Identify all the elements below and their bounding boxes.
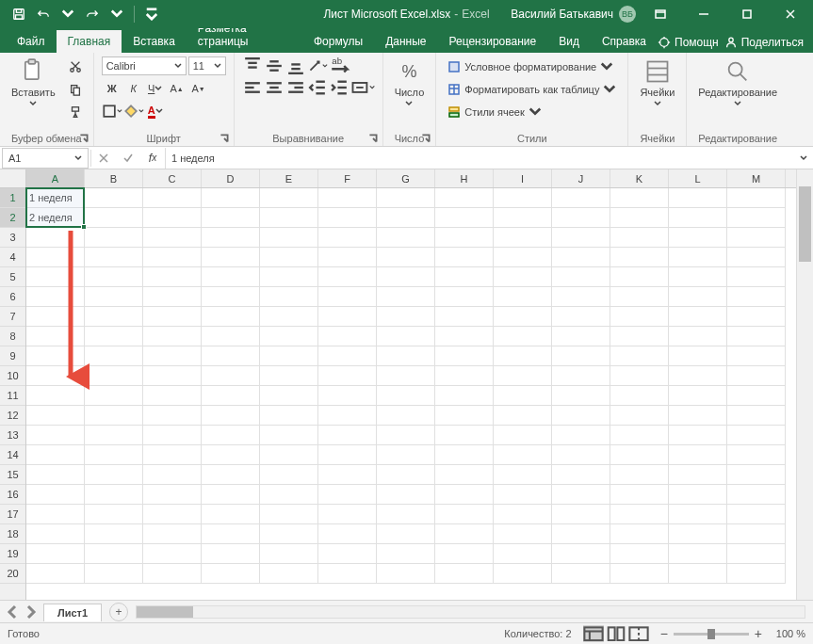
- cell-L13[interactable]: [669, 426, 727, 445]
- cell-H12[interactable]: [435, 406, 494, 426]
- cell-B14[interactable]: [85, 445, 143, 465]
- cell-G19[interactable]: [377, 544, 435, 564]
- cell-K1[interactable]: [610, 188, 669, 208]
- row-header-4[interactable]: 4: [0, 248, 25, 267]
- cell-H16[interactable]: [435, 485, 494, 505]
- cell-G20[interactable]: [377, 564, 435, 584]
- decrease-font-button[interactable]: A▼: [188, 79, 209, 98]
- expand-formula-bar[interactable]: [794, 154, 813, 162]
- cell-F4[interactable]: [318, 248, 377, 267]
- cell-M6[interactable]: [727, 287, 786, 307]
- cell-J8[interactable]: [552, 327, 610, 346]
- cell-I9[interactable]: [494, 346, 552, 366]
- sheet-tab-active[interactable]: Лист1: [43, 604, 102, 621]
- cell-A15[interactable]: [26, 465, 85, 485]
- user-avatar[interactable]: ВБ: [619, 6, 636, 23]
- zoom-control[interactable]: − + 100 %: [660, 626, 805, 641]
- cell-G3[interactable]: [377, 228, 435, 248]
- col-header-E[interactable]: E: [260, 169, 318, 187]
- cell-H14[interactable]: [435, 445, 494, 465]
- cell-D10[interactable]: [202, 366, 260, 386]
- formula-input[interactable]: 1 неделя: [165, 148, 794, 169]
- col-header-B[interactable]: B: [85, 169, 143, 187]
- cell-F17[interactable]: [318, 505, 377, 524]
- cell-styles-button[interactable]: Стили ячеек: [444, 102, 545, 122]
- cell-G2[interactable]: [377, 208, 435, 228]
- cell-E18[interactable]: [260, 524, 318, 544]
- cell-C18[interactable]: [143, 524, 202, 544]
- cell-J3[interactable]: [552, 228, 610, 248]
- cell-J6[interactable]: [552, 287, 610, 307]
- cell-A1[interactable]: 1 неделя: [26, 188, 85, 208]
- cell-K10[interactable]: [610, 366, 669, 386]
- cell-L15[interactable]: [669, 465, 727, 485]
- cell-L1[interactable]: [669, 188, 727, 208]
- tab-home[interactable]: Главная: [57, 30, 122, 53]
- cell-I5[interactable]: [494, 267, 552, 287]
- col-header-M[interactable]: M: [727, 169, 786, 187]
- col-header-I[interactable]: I: [494, 169, 552, 187]
- cell-C13[interactable]: [143, 426, 202, 445]
- cell-E17[interactable]: [260, 505, 318, 524]
- cell-C5[interactable]: [143, 267, 202, 287]
- cell-B4[interactable]: [85, 248, 143, 267]
- tab-insert[interactable]: Вставка: [122, 30, 187, 53]
- view-page-break-button[interactable]: [628, 625, 649, 642]
- cell-B13[interactable]: [85, 426, 143, 445]
- row-header-6[interactable]: 6: [0, 287, 25, 307]
- copy-button[interactable]: [65, 79, 86, 100]
- cell-C8[interactable]: [143, 327, 202, 346]
- format-painter-button[interactable]: [65, 102, 86, 122]
- cell-A5[interactable]: [26, 267, 85, 287]
- cell-H18[interactable]: [435, 524, 494, 544]
- cell-L20[interactable]: [669, 564, 727, 584]
- cell-H2[interactable]: [435, 208, 494, 228]
- paste-button[interactable]: Вставить: [8, 56, 59, 109]
- cell-D16[interactable]: [202, 485, 260, 505]
- font-size-combo[interactable]: 11: [188, 56, 226, 75]
- cell-K14[interactable]: [610, 445, 669, 465]
- cell-G18[interactable]: [377, 524, 435, 544]
- cell-B18[interactable]: [85, 524, 143, 544]
- zoom-slider[interactable]: [674, 633, 749, 636]
- cell-L10[interactable]: [669, 366, 727, 386]
- cell-E7[interactable]: [260, 307, 318, 327]
- cell-E16[interactable]: [260, 485, 318, 505]
- row-header-5[interactable]: 5: [0, 267, 25, 287]
- add-sheet-button[interactable]: +: [109, 603, 128, 621]
- increase-font-button[interactable]: A▲: [167, 79, 187, 98]
- cell-G1[interactable]: [377, 188, 435, 208]
- cell-B3[interactable]: [85, 228, 143, 248]
- cell-D1[interactable]: [202, 188, 260, 208]
- cell-J18[interactable]: [552, 524, 610, 544]
- cell-E13[interactable]: [260, 426, 318, 445]
- row-header-19[interactable]: 19: [0, 544, 25, 564]
- cell-A12[interactable]: [26, 406, 85, 426]
- cell-C20[interactable]: [143, 564, 202, 584]
- zoom-value[interactable]: 100 %: [768, 628, 805, 639]
- cell-L3[interactable]: [669, 228, 727, 248]
- cell-L19[interactable]: [669, 544, 727, 564]
- decrease-indent-button[interactable]: [307, 78, 328, 97]
- cell-C4[interactable]: [143, 248, 202, 267]
- cell-D2[interactable]: [202, 208, 260, 228]
- select-all-corner[interactable]: [0, 169, 26, 188]
- cell-F15[interactable]: [318, 465, 377, 485]
- cell-B16[interactable]: [85, 485, 143, 505]
- cell-L17[interactable]: [669, 505, 727, 524]
- cell-F1[interactable]: [318, 188, 377, 208]
- cell-C10[interactable]: [143, 366, 202, 386]
- cell-A14[interactable]: [26, 445, 85, 465]
- cell-H4[interactable]: [435, 248, 494, 267]
- cell-M7[interactable]: [727, 307, 786, 327]
- cell-B7[interactable]: [85, 307, 143, 327]
- font-color-button[interactable]: A: [145, 102, 166, 121]
- cell-K19[interactable]: [610, 544, 669, 564]
- cell-J7[interactable]: [552, 307, 610, 327]
- cell-H10[interactable]: [435, 366, 494, 386]
- cell-M9[interactable]: [727, 346, 786, 366]
- col-header-L[interactable]: L: [669, 169, 727, 187]
- cell-I10[interactable]: [494, 366, 552, 386]
- cell-F2[interactable]: [318, 208, 377, 228]
- cell-I18[interactable]: [494, 524, 552, 544]
